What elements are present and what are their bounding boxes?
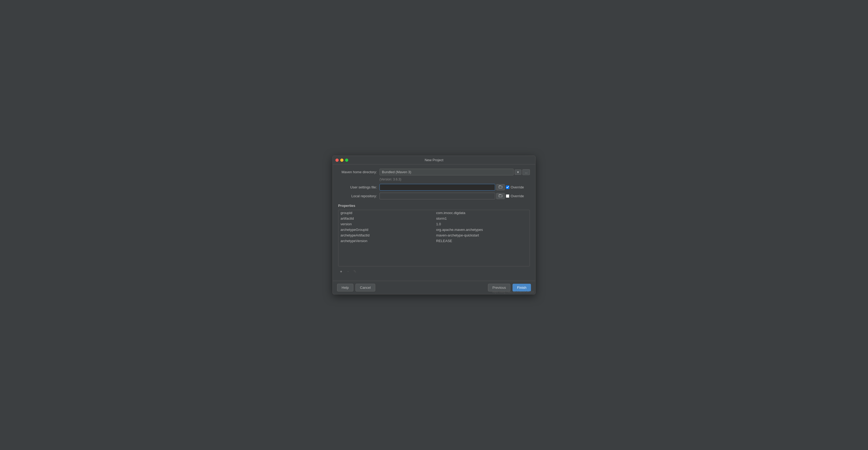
- maven-home-select[interactable]: Bundled (Maven 3): [379, 169, 514, 175]
- traffic-lights: [336, 159, 348, 162]
- property-key: archetypeVersion: [338, 238, 434, 244]
- new-project-dialog: New Project Maven home directory: Bundle…: [333, 156, 535, 294]
- folder-icon: [499, 185, 502, 188]
- user-settings-label: User settings file:: [338, 185, 379, 189]
- table-row: archetypeVersionRELEASE: [338, 238, 530, 244]
- local-repo-row: Local repository: /Users/zhaoxinbo/.m2/r…: [338, 193, 530, 199]
- user-settings-override-checkbox[interactable]: [506, 186, 509, 189]
- property-key: archetypeArtifactId: [338, 232, 434, 238]
- maven-home-row: Maven home directory: Bundled (Maven 3) …: [338, 169, 530, 175]
- close-button[interactable]: [336, 159, 339, 162]
- property-value: RELEASE: [434, 238, 530, 244]
- user-settings-row: User settings file: /Users/zhaoxinbo/Doc…: [338, 184, 530, 191]
- local-repo-input[interactable]: /Users/zhaoxinbo/.m2/repository: [379, 193, 495, 199]
- properties-area: groupIdcom.imooc.digdataartifactIdstorm1…: [338, 210, 530, 266]
- maven-home-dropdown-btn[interactable]: ▼: [515, 169, 521, 175]
- dialog-content: Maven home directory: Bundled (Maven 3) …: [333, 164, 535, 281]
- maven-home-input-group: Bundled (Maven 3) ▼ ...: [379, 169, 530, 175]
- minimize-button[interactable]: [340, 159, 343, 162]
- property-value: maven-archetype-quickstart: [434, 232, 530, 238]
- title-bar: New Project: [333, 156, 535, 164]
- help-button[interactable]: Help: [337, 284, 353, 291]
- edit-property-btn[interactable]: ✎: [352, 268, 358, 275]
- properties-section-title: Properties: [338, 204, 530, 207]
- maven-version-text: (Version: 3.6.3): [379, 178, 530, 181]
- local-repo-input-group: /Users/zhaoxinbo/.m2/repository Override: [379, 193, 530, 199]
- local-repo-browse-btn[interactable]: [496, 193, 505, 199]
- folder-icon: [499, 194, 502, 197]
- property-value: com.imooc.digdata: [434, 210, 530, 216]
- cancel-button[interactable]: Cancel: [355, 284, 375, 291]
- maven-home-browse-btn[interactable]: ...: [522, 169, 530, 175]
- property-key: artifactId: [338, 216, 434, 221]
- table-row: artifactIdstorm1: [338, 216, 530, 221]
- local-repo-label: Local repository:: [338, 194, 379, 198]
- maven-home-select-wrapper: Bundled (Maven 3): [379, 169, 514, 175]
- local-repo-override-checkbox[interactable]: [506, 194, 509, 198]
- property-key: groupId: [338, 210, 434, 216]
- table-row: archetypeGroupIdorg.apache.maven.archety…: [338, 227, 530, 232]
- user-settings-input-group: /Users/zhaoxinbo/Documents/maven/apache-…: [379, 184, 530, 191]
- user-settings-input[interactable]: /Users/zhaoxinbo/Documents/maven/apache-…: [379, 184, 495, 191]
- local-repo-override-container: Override: [506, 194, 530, 198]
- properties-toolbar: + − ✎: [338, 268, 530, 275]
- maven-home-label: Maven home directory:: [338, 170, 379, 174]
- table-row: version1.0: [338, 221, 530, 227]
- property-value: org.apache.maven.archetypes: [434, 227, 530, 232]
- table-row: groupIdcom.imooc.digdata: [338, 210, 530, 216]
- remove-property-btn[interactable]: −: [345, 268, 351, 275]
- user-settings-browse-btn[interactable]: [496, 184, 505, 190]
- maximize-button[interactable]: [345, 159, 348, 162]
- property-value: storm1: [434, 216, 530, 221]
- property-key: version: [338, 221, 434, 227]
- properties-table: groupIdcom.imooc.digdataartifactIdstorm1…: [338, 210, 530, 244]
- table-row: archetypeArtifactIdmaven-archetype-quick…: [338, 232, 530, 238]
- user-settings-override-label[interactable]: Override: [510, 185, 524, 189]
- url-bar: https://blog.csdn.net/zhaoxinbo123: [491, 290, 535, 294]
- footer-left-buttons: Help Cancel: [337, 284, 375, 291]
- user-settings-override-container: Override: [506, 185, 530, 189]
- dialog-title: New Project: [425, 158, 443, 162]
- property-key: archetypeGroupId: [338, 227, 434, 232]
- add-property-btn[interactable]: +: [338, 268, 344, 275]
- property-value: 1.0: [434, 221, 530, 227]
- local-repo-override-label[interactable]: Override: [510, 194, 524, 198]
